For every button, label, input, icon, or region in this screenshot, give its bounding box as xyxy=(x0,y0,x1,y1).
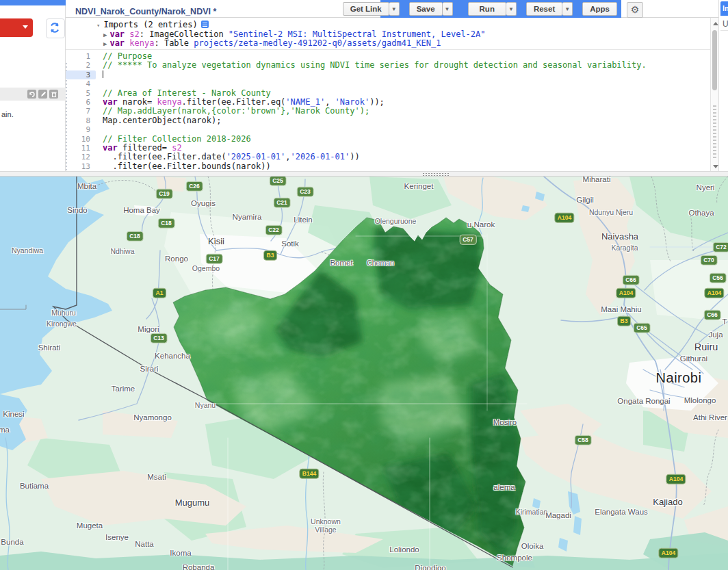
run-button[interactable]: Run xyxy=(468,2,506,16)
reset-dropdown[interactable]: ▼ xyxy=(562,2,573,16)
gee-code-editor-window: ain. NDVI_Narok_County/Narok_NDVI * Get … xyxy=(0,0,728,570)
chevron-down-icon xyxy=(23,25,28,29)
save-button[interactable]: Save xyxy=(409,2,443,16)
editor-toolbar: Get Link ▼ Save ▼ Run ▼ Reset ▼ Apps xyxy=(380,0,621,18)
scripts-panel: ain. xyxy=(0,5,66,171)
imports-label: Imports (2 entries) xyxy=(103,20,197,29)
collapse-triangle-icon[interactable]: ▾ xyxy=(96,22,100,29)
map-canvas[interactable]: MbitaSindoHoma BayOyugisNyamiraLiteinKis… xyxy=(0,177,728,570)
code-line[interactable]: 12 .filter(ee.Filter.date('2025-01-01','… xyxy=(66,153,710,161)
code-line[interactable]: 7// Map.addLayer(narok,{color:'brown'},'… xyxy=(66,107,710,116)
reset-button[interactable]: Reset xyxy=(526,2,562,16)
import-row[interactable]: ▶var kenya: Table projects/zeta-medley-4… xyxy=(103,38,441,48)
run-dropdown[interactable]: ▼ xyxy=(506,2,517,16)
gear-icon[interactable]: ⚙ xyxy=(627,2,643,18)
code-line[interactable]: 2// ***** To analyze vegetation dynamics… xyxy=(66,61,710,70)
scrollbar-grip[interactable] xyxy=(713,105,716,159)
code-editor[interactable]: ▾Imports (2 entries) ▶var s2: ImageColle… xyxy=(66,18,710,171)
script-entry-toolbar xyxy=(0,88,66,101)
refresh-button[interactable] xyxy=(46,18,65,38)
imports-divider xyxy=(66,49,710,50)
new-script-button[interactable] xyxy=(0,18,33,37)
code-line[interactable]: 8Map.centerObject(narok); xyxy=(66,116,710,125)
edit-icon[interactable] xyxy=(38,90,47,99)
get-link-button[interactable]: Get Link xyxy=(343,2,389,16)
code-line[interactable]: 11var filtered= s2 xyxy=(66,144,710,153)
script-tab[interactable]: NDVI_Narok_County/Narok_NDVI * xyxy=(66,5,226,18)
get-link-dropdown[interactable]: ▼ xyxy=(389,2,400,16)
import-row[interactable]: ▶var s2: ImageCollection "Sentinel-2 MSI… xyxy=(103,29,486,39)
console-text-fragment: U xyxy=(723,19,728,29)
inspector-tab[interactable]: In xyxy=(720,1,728,16)
horizontal-splitter[interactable] xyxy=(0,171,728,177)
code-line[interactable]: 5// Area of Interest - Narok County xyxy=(66,89,710,98)
restore-icon[interactable] xyxy=(27,90,36,99)
script-name-fragment: ain. xyxy=(1,110,14,118)
code-lines: 1// Purpose2// ***** To analyze vegetati… xyxy=(66,52,710,171)
apps-button[interactable]: Apps xyxy=(582,2,617,16)
scrollbar-thumb[interactable] xyxy=(712,30,717,90)
scroll-down-icon[interactable] xyxy=(713,165,718,168)
splitter-grip-icon xyxy=(422,172,450,176)
scroll-up-icon[interactable] xyxy=(713,22,718,25)
editor-scrollbar[interactable] xyxy=(710,18,718,171)
code-line[interactable]: 4 xyxy=(66,79,710,88)
refresh-icon xyxy=(47,19,63,36)
right-panel-divider xyxy=(720,30,728,31)
code-line[interactable]: 6var narok= kenya.filter(ee.Filter.eq('N… xyxy=(66,98,710,107)
code-line[interactable]: 1// Purpose xyxy=(66,52,710,61)
code-line[interactable]: 3 xyxy=(66,70,710,79)
imports-header[interactable]: ▾Imports (2 entries) xyxy=(96,20,209,29)
code-line[interactable]: 10// Filter Collection 2018-2026 xyxy=(66,135,710,144)
map-basemap xyxy=(0,177,728,570)
right-panel: In U xyxy=(718,0,728,171)
delete-icon[interactable] xyxy=(49,90,58,99)
save-dropdown[interactable]: ▼ xyxy=(443,2,453,16)
list-icon xyxy=(201,21,209,28)
code-line[interactable]: 13 .filter(ee.Filter.bounds(narok)) xyxy=(66,162,710,171)
code-line[interactable]: 9 xyxy=(66,125,710,134)
settings-zone: ⚙ xyxy=(621,0,653,18)
text-cursor xyxy=(103,70,103,78)
